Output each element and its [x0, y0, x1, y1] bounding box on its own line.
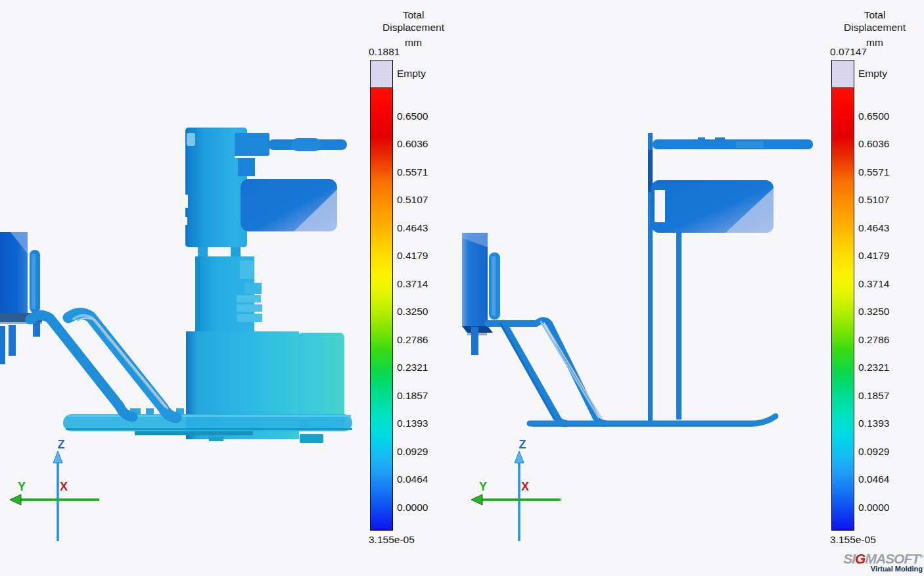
legend-title-line1: Total [363, 9, 463, 21]
brand-pre: SI [843, 551, 855, 566]
tick-label: 0.1857 [397, 390, 428, 402]
tick-label: 0.1393 [397, 418, 428, 429]
legend-left: Total Displacement mm 0.1881 Empty 0.650… [370, 0, 469, 576]
stub-right [231, 247, 241, 258]
tick-label: 0.5571 [858, 166, 889, 178]
empty-label: Empty [858, 68, 887, 80]
y-axis-label: Y [18, 480, 26, 493]
vertical-strut-1 [648, 133, 653, 423]
tick-label: 0.6500 [858, 110, 889, 122]
tick-label: 0.0929 [858, 446, 889, 458]
axis-triad-left: Z Y X [3, 427, 115, 544]
side-panel [241, 179, 337, 231]
slanted-bracket [488, 321, 605, 424]
tick-label: 0.3714 [858, 278, 889, 290]
tick-label: 0.2786 [858, 334, 889, 346]
tick-label: 0.5107 [397, 194, 428, 206]
brand-post: MASOFT [865, 551, 919, 566]
tick-label: 0.0000 [858, 502, 889, 514]
brand-g-accent: G [855, 551, 865, 566]
tick-label: 0.4643 [858, 222, 889, 234]
side-panel [651, 180, 774, 233]
empty-label: Empty [397, 68, 426, 80]
x-axis-label: X [521, 480, 529, 493]
brand-subtitle: Virtual Molding [827, 565, 923, 573]
sigmasoft-logo: SIGMASOFT® Virtual Molding [827, 551, 923, 573]
tick-label: 0.0464 [858, 473, 889, 485]
tick-label: 0.6036 [858, 138, 889, 150]
z-axis-label: Z [519, 438, 526, 451]
stub-left [198, 247, 208, 258]
legend-title: Total Displacement [363, 9, 463, 34]
legend-title-line2: Displacement [825, 21, 924, 34]
tick-label: 0.5107 [858, 194, 889, 206]
tick-label: 0.1393 [858, 418, 889, 429]
tick-label: 0.2321 [858, 362, 889, 373]
model-viewport-left[interactable] [0, 125, 358, 447]
displacement-colorbar [370, 87, 393, 531]
x-axis-label: X [60, 480, 68, 493]
legend-max-value: 0.1881 [369, 46, 400, 58]
y-axis-label: Y [479, 480, 487, 493]
tick-label: 0.4179 [858, 250, 889, 262]
tick-label: 0.3250 [858, 306, 889, 318]
tick-label: 0.0929 [397, 446, 428, 458]
slanted-bracket [30, 314, 176, 418]
tick-label: 0.6036 [397, 138, 428, 150]
legend-min-value: 3.155e-05 [369, 534, 415, 546]
empty-color-swatch [370, 60, 393, 89]
legend-title-line2: Displacement [363, 21, 463, 34]
empty-color-swatch [831, 60, 854, 89]
legend-title-line1: Total [825, 9, 924, 21]
legend-right: Total Displacement mm 0.07147 Empty 0.65… [831, 0, 924, 576]
y-axis-arrow [10, 494, 99, 505]
top-pin [268, 138, 347, 151]
tick-label: 0.0464 [397, 473, 428, 485]
tick-label: 0.3250 [397, 306, 428, 318]
legend-title: Total Displacement [825, 9, 924, 34]
z-axis-arrow [53, 451, 62, 541]
tick-label: 0.4179 [397, 250, 428, 262]
top-pin [653, 137, 813, 149]
tick-label: 0.5571 [397, 166, 428, 178]
tick-label: 0.1857 [858, 390, 889, 402]
tick-label: 0.3714 [397, 278, 428, 290]
tick-label: 0.6500 [397, 110, 428, 122]
axis-triad-right: Z Y X [465, 427, 576, 544]
tick-label: 0.4643 [397, 222, 428, 234]
registered-mark: ® [919, 554, 923, 560]
z-axis-label: Z [58, 438, 65, 451]
legend-max-value: 0.07147 [830, 46, 867, 58]
displacement-colorbar [831, 87, 854, 531]
tick-label: 0.2321 [397, 362, 428, 373]
y-axis-arrow [471, 494, 561, 505]
z-axis-arrow [515, 451, 524, 541]
tick-label: 0.2786 [397, 334, 428, 346]
left-support-panel [0, 232, 42, 364]
model-viewport-right[interactable] [453, 125, 821, 434]
middle-block [195, 256, 262, 334]
vertical-strut-2 [676, 231, 681, 420]
legend-min-value: 3.155e-05 [830, 534, 876, 546]
tick-label: 0.0000 [397, 502, 428, 514]
